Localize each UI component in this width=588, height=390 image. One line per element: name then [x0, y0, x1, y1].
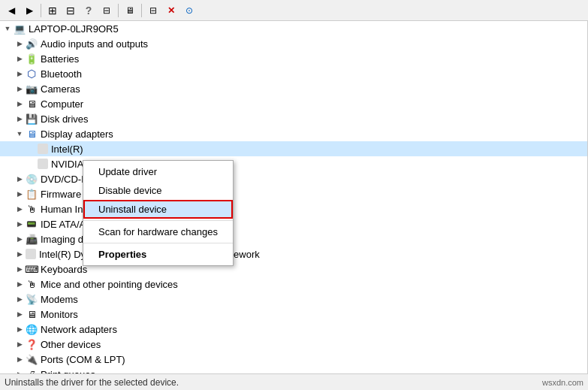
- modems-label: Modems: [39, 294, 78, 305]
- firmware-arrow[interactable]: [14, 188, 26, 200]
- human-icon: 🖱: [26, 203, 38, 215]
- tree-item-disk[interactable]: 💾 Disk drives: [0, 111, 587, 126]
- other-label: Other devices: [39, 339, 101, 350]
- computer-arrow[interactable]: [14, 98, 26, 110]
- intel-platform-arrow[interactable]: [14, 248, 26, 260]
- audio-icon: 🔊: [26, 38, 38, 50]
- uninstall-device-label: Uninstall device: [98, 204, 167, 215]
- modems-arrow[interactable]: [14, 293, 26, 305]
- network-icon: 🌐: [26, 323, 38, 335]
- download-button[interactable]: ⊙: [181, 2, 198, 19]
- root-arrow[interactable]: [2, 23, 14, 35]
- toolbar: ◀ ▶ ⊞ ⊟ ? ⊟ 🖥 ⊟ ✕ ⊙: [0, 0, 588, 21]
- scan-hardware-button[interactable]: ⊟: [98, 2, 115, 19]
- tree-item-bluetooth[interactable]: ⬡ Bluetooth: [0, 66, 587, 81]
- tree-item-computer[interactable]: 🖥 Computer: [0, 96, 587, 111]
- tree-item-cameras[interactable]: 📷 Cameras: [0, 81, 587, 96]
- display-arrow[interactable]: [14, 128, 26, 140]
- tree-item-other[interactable]: ❓ Other devices: [0, 337, 587, 352]
- print-icon: 🖨: [26, 368, 38, 373]
- toolbar-separator-2: [118, 4, 119, 17]
- back-button[interactable]: ◀: [3, 2, 20, 19]
- mice-label: Mice and other pointing devices: [39, 279, 178, 290]
- disk-icon: 💾: [26, 113, 38, 125]
- cameras-arrow[interactable]: [14, 83, 26, 95]
- tree-item-batteries[interactable]: 🔋 Batteries: [0, 51, 587, 66]
- nvidia-label: NVIDIA: [50, 159, 83, 170]
- tree-item-display[interactable]: 🖥 Display adapters: [0, 126, 587, 141]
- tree-item-ports[interactable]: 🔌 Ports (COM & LPT): [0, 352, 587, 367]
- mice-arrow[interactable]: [14, 278, 26, 290]
- modems-icon: 📡: [26, 293, 38, 305]
- toolbar-separator-1: [41, 4, 41, 17]
- other-arrow[interactable]: [14, 338, 26, 350]
- context-menu-uninstall[interactable]: Uninstall device: [83, 200, 233, 219]
- monitors-arrow[interactable]: [14, 308, 26, 320]
- context-menu-sep-2: [83, 243, 233, 243]
- keyboards-icon: ⌨: [26, 263, 38, 275]
- intel-icon: [38, 144, 48, 154]
- properties-label: Properties: [98, 249, 146, 260]
- nvidia-arrow: [26, 158, 38, 170]
- nvidia-icon: [38, 159, 48, 169]
- statusbar: Uninstalls the driver for the selected d…: [0, 373, 588, 390]
- ports-arrow[interactable]: [14, 353, 26, 365]
- ports-icon: 🔌: [26, 353, 38, 365]
- computer-node-icon: 🖥: [26, 98, 38, 110]
- audio-label: Audio inputs and outputs: [39, 38, 148, 50]
- intel-platform-icon: [26, 249, 36, 259]
- context-menu: Update driver Disable device Uninstall d…: [83, 160, 234, 266]
- monitors-label: Monitors: [39, 309, 78, 320]
- dvd-arrow[interactable]: [14, 173, 26, 185]
- uninstall-button[interactable]: ✕: [163, 2, 179, 19]
- tree-item-mice[interactable]: 🖱 Mice and other pointing devices: [0, 277, 587, 292]
- action-button[interactable]: ⊟: [145, 2, 161, 19]
- main-area: 💻 LAPTOP-0LJR9OR5 🔊 Audio inputs and out…: [0, 21, 588, 373]
- batteries-arrow[interactable]: [14, 53, 26, 65]
- statusbar-watermark: wsxdn.com: [542, 378, 583, 387]
- other-icon: ❓: [26, 338, 38, 350]
- forward-button[interactable]: ▶: [21, 2, 38, 19]
- batteries-label: Batteries: [39, 53, 79, 65]
- print-arrow[interactable]: [14, 368, 26, 373]
- ports-label: Ports (COM & LPT): [39, 354, 125, 365]
- context-menu-disable[interactable]: Disable device: [83, 181, 233, 200]
- toolbar-separator-3: [141, 4, 142, 17]
- human-arrow[interactable]: [14, 203, 26, 215]
- network-arrow[interactable]: [14, 323, 26, 335]
- context-menu-sep-1: [83, 220, 233, 221]
- bluetooth-label: Bluetooth: [39, 68, 82, 80]
- context-menu-scan[interactable]: Scan for hardware changes: [83, 222, 233, 241]
- tree-item-modems[interactable]: 📡 Modems: [0, 292, 587, 307]
- dvd-icon: 💿: [26, 173, 38, 185]
- imaging-icon: 📠: [26, 233, 38, 245]
- update-driver-button[interactable]: ⊟: [62, 2, 79, 19]
- update-driver-label: Update driver: [98, 166, 157, 177]
- intel-arrow: [26, 143, 38, 155]
- tree-item-network[interactable]: 🌐 Network adapters: [0, 322, 587, 337]
- device-tree[interactable]: 💻 LAPTOP-0LJR9OR5 🔊 Audio inputs and out…: [0, 21, 588, 373]
- imaging-arrow[interactable]: [14, 233, 26, 245]
- context-menu-properties[interactable]: Properties: [83, 245, 233, 264]
- context-menu-update[interactable]: Update driver: [83, 162, 233, 181]
- battery-icon: 🔋: [26, 53, 38, 65]
- firmware-label: Firmware: [39, 189, 81, 200]
- properties-button[interactable]: ⊞: [44, 2, 61, 19]
- display-button[interactable]: 🖥: [122, 2, 138, 19]
- ide-arrow[interactable]: [14, 218, 26, 230]
- keyboards-label: Keyboards: [39, 264, 87, 275]
- firmware-icon: 📋: [26, 188, 38, 200]
- scan-hardware-label: Scan for hardware changes: [98, 226, 218, 237]
- tree-item-audio[interactable]: 🔊 Audio inputs and outputs: [0, 36, 587, 51]
- statusbar-text: Uninstalls the driver for the selected d…: [5, 377, 179, 388]
- display-icon: 🖥: [26, 128, 38, 140]
- tree-item-intel[interactable]: Intel(R): [0, 141, 587, 156]
- tree-root[interactable]: 💻 LAPTOP-0LJR9OR5: [0, 21, 587, 36]
- audio-arrow[interactable]: [14, 38, 26, 50]
- help-button[interactable]: ?: [80, 2, 97, 19]
- tree-item-monitors[interactable]: 🖥 Monitors: [0, 307, 587, 322]
- tree-item-print[interactable]: 🖨 Print queues: [0, 367, 587, 373]
- bluetooth-arrow[interactable]: [14, 68, 26, 80]
- print-label: Print queues: [39, 369, 95, 374]
- disk-arrow[interactable]: [14, 113, 26, 125]
